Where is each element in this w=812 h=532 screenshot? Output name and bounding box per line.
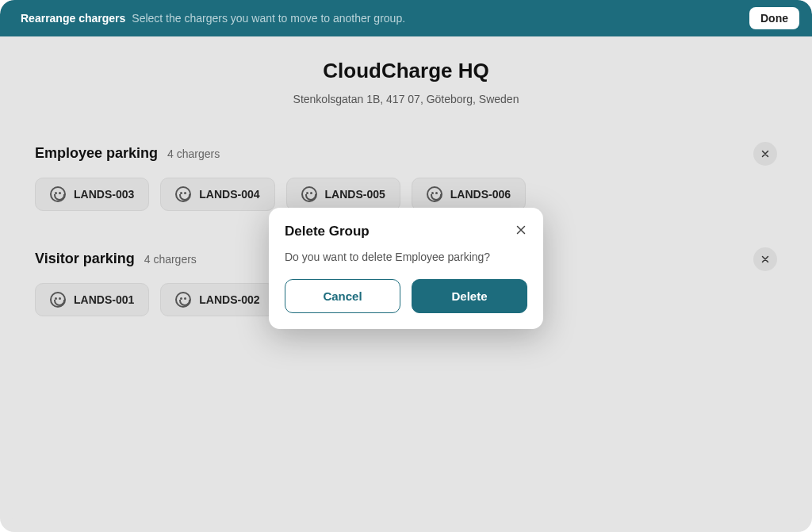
modal-overlay: Delete Group Do you want to delete Emplo… <box>0 0 812 532</box>
modal-actions: Cancel Delete <box>285 279 527 313</box>
close-icon <box>514 223 528 237</box>
app-frame: Rearrange chargers Select the chargers y… <box>0 0 812 532</box>
delete-button[interactable]: Delete <box>412 279 527 313</box>
delete-group-modal: Delete Group Do you want to delete Emplo… <box>269 208 543 329</box>
cancel-button[interactable]: Cancel <box>285 279 400 313</box>
modal-title: Delete Group <box>285 224 527 239</box>
modal-close-button[interactable] <box>510 219 532 241</box>
modal-body: Do you want to delete Employee parking? <box>285 251 527 263</box>
